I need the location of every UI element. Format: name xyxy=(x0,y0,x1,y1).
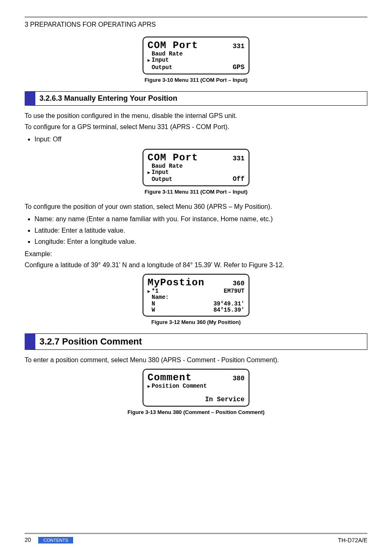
contents-button[interactable]: CONTENTS xyxy=(38,537,73,543)
lcd-line: W xyxy=(152,307,155,313)
lcd-title: MyPostion xyxy=(148,277,205,288)
lcd-menu-num: 331 xyxy=(233,43,244,50)
lcd-status: GPS xyxy=(233,64,244,71)
body-text: To enter a position comment, select Menu… xyxy=(25,356,367,365)
lcd-line: 39°49.31' xyxy=(213,301,244,307)
figure-3-13: Comment 380 ▶Position Comment In Service xyxy=(25,369,367,407)
list-item: Input: Off xyxy=(35,134,367,145)
lcd-line: Output xyxy=(152,64,172,71)
lcd-status: In Service xyxy=(148,396,244,403)
breadcrumb: 3 PREPARATIONS FOR OPERATING APRS xyxy=(25,21,367,28)
body-text: To configure for a GPS terminal, select … xyxy=(25,123,367,132)
lcd-line: Input xyxy=(152,169,169,176)
lcd-line: Baud Rate xyxy=(152,51,183,57)
body-text: Configure a latitude of 39° 49.31' N and… xyxy=(25,261,367,270)
lcd-line: Input xyxy=(152,57,169,63)
page-number: 20 xyxy=(25,536,31,543)
figure-caption: Figure 3-13 Menu 380 (Comment – Position… xyxy=(25,409,367,415)
lcd-menu-num: 360 xyxy=(233,280,244,287)
model-label: TH-D72A/E xyxy=(338,537,367,543)
figure-caption: Figure 3-10 Menu 311 (COM Port – Input) xyxy=(25,77,367,83)
figure-caption: Figure 3-11 Menu 311 (COM Port – Input) xyxy=(25,189,367,195)
heading-3-2-6-3: 3.2.6.3 Manually Entering Your Position xyxy=(25,91,367,106)
lcd-title: COM Port xyxy=(148,40,198,51)
lcd-line: *1 xyxy=(152,288,159,294)
heading-3-2-7: 3.2.7 Position Comment xyxy=(25,333,367,350)
page-footer: 20 CONTENTS TH-D72A/E xyxy=(25,533,367,543)
lcd-status: Off xyxy=(233,176,244,183)
body-text: To configure the position of your own st… xyxy=(25,202,367,211)
lcd-line: 84°15.39' xyxy=(213,307,244,313)
lcd-line: Position Comment xyxy=(152,383,207,389)
list-item: Longitude: Enter a longitude value. xyxy=(35,236,367,247)
figure-3-10: COM Port 331 Baud Rate ▶Input Output GPS xyxy=(25,37,367,74)
body-text: To use the position configured in the me… xyxy=(25,111,367,120)
body-text: Example: xyxy=(25,250,367,259)
figure-caption: Figure 3-12 Menu 360 (My Position) xyxy=(25,319,367,325)
lcd-line: EM79UT xyxy=(224,288,244,294)
lcd-line: Output xyxy=(152,176,172,183)
lcd-line: N xyxy=(152,301,155,307)
lcd-title: COM Port xyxy=(148,152,198,163)
lcd-line: Baud Rate xyxy=(152,163,183,169)
figure-3-12: MyPostion 360 ▶*1 EM79UT Name: N 39°49.3… xyxy=(25,274,367,317)
list-item: Latitude: Enter a latitude value. xyxy=(35,225,367,236)
lcd-menu-num: 380 xyxy=(233,375,244,382)
lcd-menu-num: 331 xyxy=(233,155,244,162)
figure-3-11: COM Port 331 Baud Rate ▶Input Output Off xyxy=(25,149,367,187)
list-item: Name: any name (Enter a name familiar wi… xyxy=(35,214,367,224)
lcd-line: Name: xyxy=(152,294,169,301)
lcd-title: Comment xyxy=(148,372,192,383)
